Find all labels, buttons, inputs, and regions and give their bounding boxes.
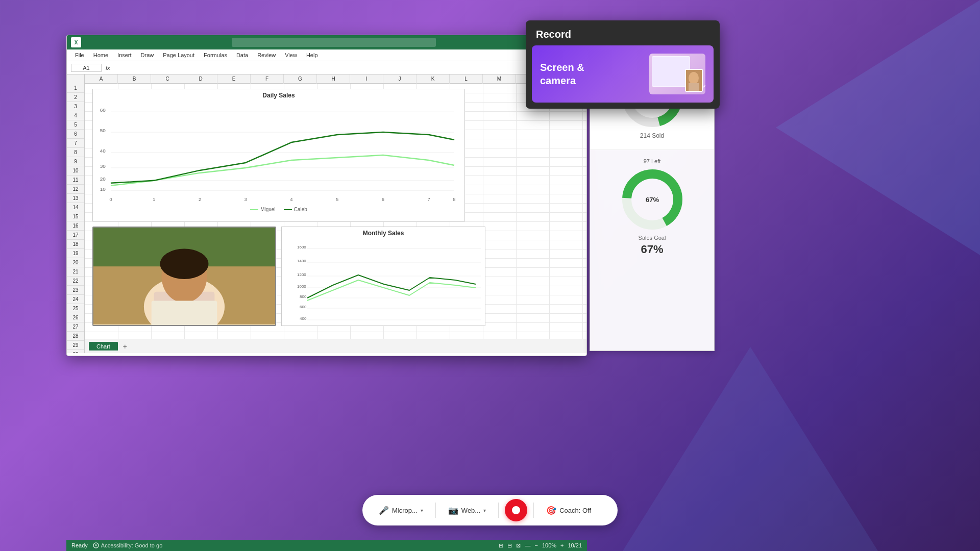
menu-review[interactable]: Review [253, 51, 280, 60]
row-6: 6 [67, 130, 84, 139]
svg-text:1000: 1000 [297, 284, 306, 289]
col-m[interactable]: M [483, 74, 516, 84]
svg-text:8: 8 [453, 197, 456, 202]
status-accessibility: Accessibility: Good to go [93, 542, 162, 548]
microphone-button[interactable]: 🎤 Microp... ▾ [373, 503, 429, 518]
menu-page-layout[interactable]: Page Layout [159, 51, 199, 60]
row-1: 1 [67, 84, 84, 93]
row-17: 17 [67, 231, 84, 240]
webcam-icon: 📷 [448, 506, 458, 515]
row-27: 27 [67, 322, 84, 332]
monthly-sales-svg: 1600 1400 1200 1000 800 600 400 [282, 239, 486, 329]
accessibility-text: Accessibility: Good to go [101, 542, 162, 548]
col-h[interactable]: H [317, 74, 350, 84]
status-view-normal[interactable]: ⊞ [499, 542, 503, 549]
svg-text:50: 50 [100, 128, 106, 133]
person-svg [93, 227, 275, 325]
menu-file[interactable]: File [71, 51, 88, 60]
sales-goal-label: Sales Goal [639, 235, 666, 241]
menu-home[interactable]: Home [89, 51, 112, 60]
status-zoom-out[interactable]: − [534, 542, 537, 548]
status-view-break[interactable]: ⊠ [516, 542, 521, 549]
row-23: 23 [67, 286, 84, 295]
sheet-tab-chart[interactable]: Chart [89, 342, 118, 350]
row-30: 30 [67, 350, 84, 353]
svg-text:40: 40 [100, 148, 106, 154]
record-button[interactable] [505, 499, 527, 521]
webcam-chevron-icon[interactable]: ▾ [483, 508, 486, 513]
excel-search[interactable] [232, 38, 436, 47]
svg-text:400: 400 [300, 316, 307, 321]
cell-reference[interactable]: A1 [71, 64, 102, 72]
excel-sheet-tabs: Chart + [85, 339, 586, 353]
monthly-sales-chart: Monthly Sales 1600 1400 1200 1000 800 60… [281, 227, 485, 326]
col-i[interactable]: I [350, 74, 383, 84]
excel-icon: X [71, 37, 81, 47]
sheet-add-button[interactable]: + [120, 341, 130, 352]
svg-text:2: 2 [199, 197, 201, 202]
stat-sold-214: 214 Sold [600, 132, 704, 139]
status-zoom-in[interactable]: + [560, 542, 564, 548]
coach-button[interactable]: 🎯 Coach: Off [540, 503, 597, 518]
daily-sales-svg: 60 50 40 30 20 10 0 [93, 102, 464, 204]
donut-svg-67: 67% [619, 166, 685, 233]
row-10: 10 [67, 166, 84, 176]
formula-icon: fx [106, 65, 110, 71]
svg-text:30: 30 [100, 163, 106, 169]
svg-text:60: 60 [100, 107, 106, 113]
screen-camera-label: Screen &camera [540, 61, 584, 87]
status-ready-text: Ready [71, 542, 88, 548]
svg-text:10: 10 [100, 186, 106, 192]
menu-view[interactable]: View [281, 51, 301, 60]
bottom-stat-section: 97 Left 67% Sales Goal 67% [590, 150, 714, 266]
preview-person-svg [686, 70, 702, 91]
toolbar-divider-1 [435, 503, 436, 518]
menu-help[interactable]: Help [302, 51, 322, 60]
row-2: 2 [67, 93, 84, 102]
daily-sales-title: Daily Sales [93, 89, 464, 102]
row-13: 13 [67, 194, 84, 203]
excel-row-numbers: 1 2 3 4 5 6 7 8 9 10 11 12 13 14 15 16 1… [67, 84, 85, 353]
camera-person-view [93, 228, 275, 325]
recording-toolbar: 🎤 Microp... ▾ 📷 Web... ▾ 🎯 Coach: Off [362, 495, 618, 525]
col-g[interactable]: G [284, 74, 317, 84]
accessibility-icon [93, 542, 99, 548]
excel-status-bar: Ready Accessibility: Good to go ⊞ ⊟ ⊠ — … [66, 540, 587, 551]
col-l[interactable]: L [450, 74, 483, 84]
menu-draw[interactable]: Draw [137, 51, 158, 60]
record-panel-title: Record [536, 29, 709, 40]
col-f[interactable]: F [251, 74, 284, 84]
webcam-button[interactable]: 📷 Web... ▾ [442, 503, 492, 518]
col-b[interactable]: B [118, 74, 151, 84]
screen-camera-card[interactable]: Screen &camera ↗ [532, 45, 714, 103]
status-view-page[interactable]: ⊟ [507, 542, 512, 549]
col-d[interactable]: D [184, 74, 217, 84]
legend-miguel: Miguel [250, 207, 275, 212]
svg-text:800: 800 [300, 294, 307, 299]
row-12: 12 [67, 185, 84, 194]
col-a[interactable]: A [85, 74, 118, 84]
camera-feed [92, 227, 276, 326]
col-j[interactable]: J [383, 74, 416, 84]
webcam-label: Web... [461, 507, 480, 514]
menu-insert[interactable]: Insert [113, 51, 136, 60]
record-panel: Record Screen &camera ↗ [526, 20, 720, 109]
sales-goal-percent: 67% [641, 243, 663, 256]
row-11: 11 [67, 176, 84, 185]
svg-text:67%: 67% [645, 196, 658, 204]
menu-data[interactable]: Data [232, 51, 252, 60]
svg-text:6: 6 [382, 197, 384, 202]
row-4: 4 [67, 111, 84, 120]
monthly-sales-title: Monthly Sales [282, 227, 485, 239]
col-e[interactable]: E [217, 74, 251, 84]
microphone-chevron-icon[interactable]: ▾ [421, 508, 423, 513]
record-panel-header: Record [526, 20, 720, 45]
col-k[interactable]: K [416, 74, 450, 84]
svg-text:0: 0 [109, 197, 112, 202]
svg-text:1200: 1200 [297, 272, 306, 277]
col-c[interactable]: C [151, 74, 184, 84]
bg-decoration-bottom [623, 347, 878, 551]
excel-rows-area: 1 2 3 4 5 6 7 8 9 10 11 12 13 14 15 16 1… [67, 84, 586, 353]
menu-formulas[interactable]: Formulas [200, 51, 231, 60]
row-14: 14 [67, 203, 84, 212]
